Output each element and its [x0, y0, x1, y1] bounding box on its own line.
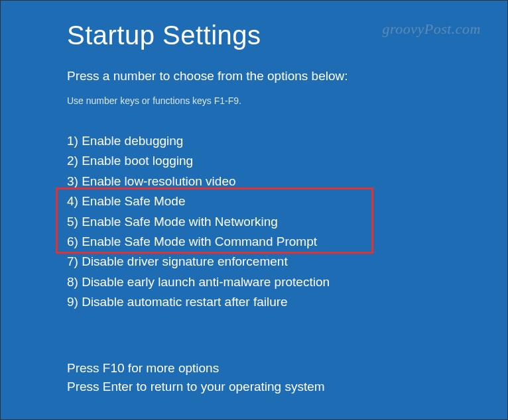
watermark-text: groovyPost.com [382, 21, 481, 38]
option-9-disable-auto-restart[interactable]: 9) Disable automatic restart after failu… [67, 292, 441, 312]
footer-instructions: Press F10 for more options Press Enter t… [67, 359, 441, 397]
option-5-enable-safe-mode-networking[interactable]: 5) Enable Safe Mode with Networking [67, 212, 441, 232]
startup-settings-screen: Startup Settings Press a number to choos… [1, 1, 507, 410]
option-7-disable-driver-signature[interactable]: 7) Disable driver signature enforcement [67, 252, 441, 272]
hint-text: Use number keys or functions keys F1-F9. [67, 95, 441, 106]
option-6-enable-safe-mode-command-prompt[interactable]: 6) Enable Safe Mode with Command Prompt [67, 232, 441, 252]
option-2-enable-boot-logging[interactable]: 2) Enable boot logging [67, 151, 441, 171]
option-1-enable-debugging[interactable]: 1) Enable debugging [67, 131, 441, 151]
instruction-text: Press a number to choose from the option… [67, 69, 441, 83]
option-8-disable-anti-malware[interactable]: 8) Disable early launch anti-malware pro… [67, 272, 441, 292]
option-4-enable-safe-mode[interactable]: 4) Enable Safe Mode [67, 191, 441, 211]
footer-more-options: Press F10 for more options [67, 359, 441, 378]
option-3-enable-low-resolution-video[interactable]: 3) Enable low-resolution video [67, 172, 441, 191]
options-list: 1) Enable debugging 2) Enable boot loggi… [67, 131, 441, 313]
footer-return: Press Enter to return to your operating … [67, 378, 441, 397]
